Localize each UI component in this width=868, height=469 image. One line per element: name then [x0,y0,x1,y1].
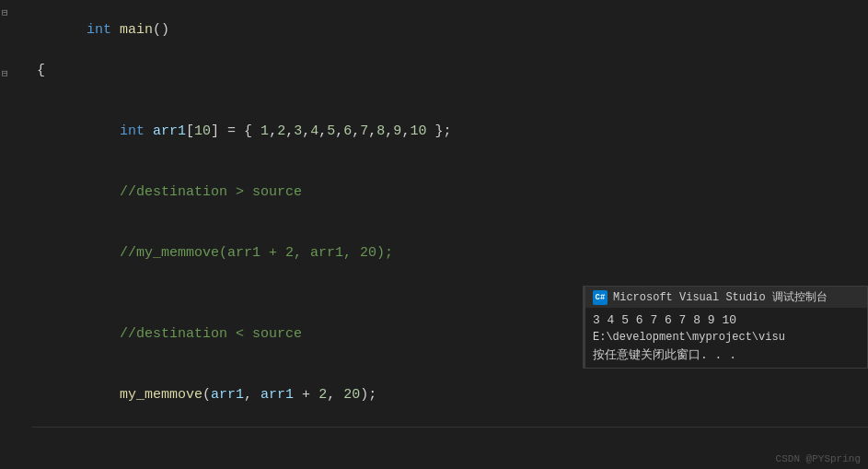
console-header: C# Microsoft Visual Studio 调试控制台 [585,287,867,308]
code-line-2: ⊟ { [0,61,868,81]
code-line-11: int i = 0; [0,449,868,469]
console-title: Microsoft Visual Studio 调试控制台 [613,289,827,305]
console-body: 3 4 5 6 7 6 7 8 9 10 E:\development\mypr… [585,308,867,368]
console-output-2: E:\development\myproject\visu [593,329,860,346]
code-line-5: //destination > source [0,162,868,223]
code-line-4: int arr1[10] = { 1,2,3,4,5,6,7,8,9,10 }; [0,101,868,162]
fn-main: main [120,22,153,38]
code-line-10 [0,428,868,449]
code-line-9: my_memmove(arr1, arr1 + 2, 20); [0,365,868,426]
code-line-1: ⊟ int main() [0,0,868,61]
console-output-3: 按任意键关闭此窗口. . . [593,346,860,364]
code-editor: ⊟ int main() ⊟ { int arr1[10] = { 1,2,3,… [0,0,868,469]
console-icon: C# [593,290,608,305]
code-line-6: //my_memmove(arr1 + 2, arr1, 20); [0,223,868,284]
keyword-int: int [87,22,120,38]
console-panel: C# Microsoft Visual Studio 调试控制台 3 4 5 6… [583,286,868,369]
code-line-3 [0,81,868,101]
section-divider [32,427,868,428]
watermark: CSDN @PYSpring [776,453,861,464]
console-output-1: 3 4 5 6 7 6 7 8 9 10 [593,311,860,329]
